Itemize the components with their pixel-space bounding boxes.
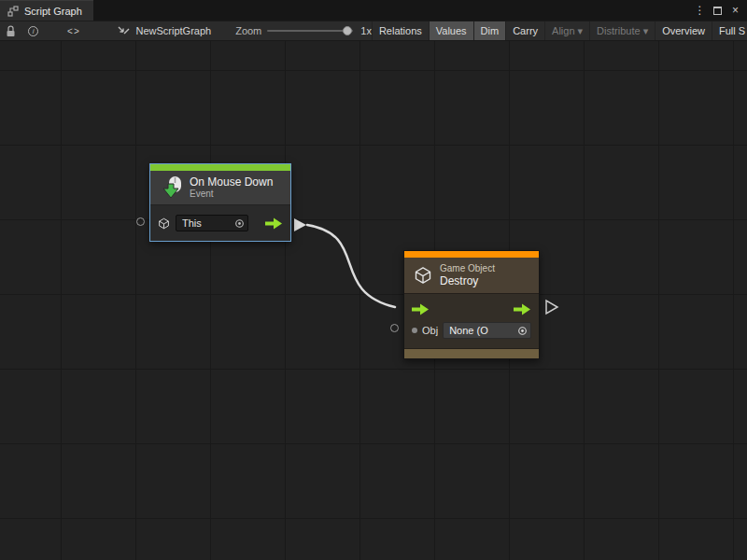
tab-label: Script Graph <box>24 6 82 17</box>
relations-button[interactable]: Relations <box>372 21 429 40</box>
maximize-glyph <box>713 7 722 15</box>
lock-icon[interactable] <box>0 21 22 40</box>
script-graph-icon <box>7 6 19 17</box>
obj-object-field[interactable]: None (O <box>443 322 531 339</box>
event-target-port[interactable] <box>136 217 145 226</box>
node-title: On Mouse Down <box>190 175 273 189</box>
zoom-value: 1x <box>360 25 372 36</box>
destroy-accent-bar <box>404 251 539 258</box>
obj-port-label: Obj <box>422 325 438 336</box>
target-object-field[interactable]: This <box>176 215 248 231</box>
unconnected-output-arrow[interactable] <box>546 301 557 314</box>
graph-toolbar: i <> NewScriptGraph Zoom 1x Relations Va… <box>0 21 747 41</box>
destroy-node-body: Obj None (O <box>404 293 539 348</box>
graph-canvas[interactable]: On Mouse Down Event This <box>0 41 747 560</box>
target-object-value: This <box>182 217 234 229</box>
event-node-body: This <box>150 204 290 241</box>
node-title: Destroy <box>440 274 495 287</box>
edit-script-icon[interactable]: <> <box>59 21 88 40</box>
window-menu-icon[interactable]: ⋮ <box>692 2 708 19</box>
distribute-dropdown: Distribute ▾ <box>589 21 655 40</box>
zoom-label: Zoom <box>235 25 261 36</box>
edges-layer <box>0 41 747 560</box>
destroy-flow-output-port[interactable] <box>514 303 531 315</box>
object-picker-icon[interactable] <box>234 218 245 229</box>
destroy-node-header: Game Object Destroy <box>404 258 539 293</box>
value-port-dot[interactable] <box>412 328 417 333</box>
destroy-node-footer <box>404 348 539 358</box>
event-accent-bar <box>150 164 290 171</box>
control-flow-edge[interactable] <box>307 225 395 307</box>
node-subtitle: Event <box>190 189 273 200</box>
zoom-slider[interactable] <box>267 21 353 41</box>
full-screen-button[interactable]: Full S <box>712 21 747 40</box>
maximize-icon[interactable] <box>710 2 726 19</box>
node-on-mouse-down[interactable]: On Mouse Down Event This <box>149 163 291 242</box>
event-flow-output-port[interactable] <box>265 217 283 230</box>
object-picker-icon[interactable] <box>517 326 528 336</box>
graph-asset-icon <box>118 25 130 36</box>
node-category: Game Object <box>440 263 495 274</box>
mouse-down-event-icon <box>159 175 183 200</box>
tab-script-graph[interactable]: Script Graph <box>0 0 93 21</box>
info-icon[interactable]: i <box>22 21 45 40</box>
close-icon[interactable]: × <box>727 2 743 19</box>
obj-object-value: None (O <box>449 325 517 336</box>
carry-button[interactable]: Carry <box>505 21 544 40</box>
tab-bar: Script Graph ⋮ × <box>0 0 747 21</box>
dim-button[interactable]: Dim <box>473 21 506 40</box>
event-node-header: On Mouse Down Event <box>150 171 290 204</box>
align-dropdown: Align ▾ <box>544 21 589 40</box>
overview-button[interactable]: Overview <box>655 21 712 40</box>
graph-breadcrumb[interactable]: NewScriptGraph <box>110 21 218 40</box>
zoom-slider-track[interactable] <box>267 30 353 32</box>
destroy-obj-port[interactable] <box>390 324 399 332</box>
script-graph-window: Script Graph ⋮ × i <> NewScr <box>0 0 747 560</box>
gameobject-cube-icon <box>414 266 432 285</box>
graph-name: NewScriptGraph <box>135 25 211 36</box>
destroy-flow-input-port[interactable] <box>412 303 430 315</box>
edge-start-arrow <box>294 218 306 231</box>
values-button[interactable]: Values <box>429 21 473 40</box>
info-glyph: i <box>28 26 38 36</box>
node-destroy[interactable]: Game Object Destroy <box>403 250 540 359</box>
gameobject-cube-icon <box>158 217 170 230</box>
zoom-slider-knob[interactable] <box>343 26 352 35</box>
